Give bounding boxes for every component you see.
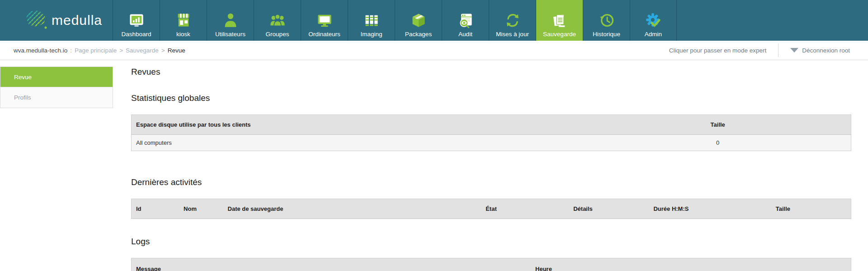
activities-col-duree: Durée H:M:S bbox=[627, 199, 715, 219]
group-icon bbox=[269, 11, 286, 29]
nav-tab-label: Dashboard bbox=[121, 31, 151, 38]
breadcrumb-separator: > bbox=[119, 47, 123, 54]
stats-cell-name: All computers bbox=[132, 135, 585, 151]
nav-tab-sauvegarde[interactable]: Sauvegarde bbox=[536, 0, 583, 41]
breadcrumb-colon: : bbox=[70, 47, 72, 54]
main-content: Revues Statistiques globales Espace disq… bbox=[131, 60, 851, 271]
nav-tab-mises-a-jour[interactable]: Mises à jour bbox=[489, 0, 536, 41]
nav-tabs: Dashboard kiosk Utilisateurs Groupes Ord bbox=[113, 0, 677, 41]
breadcrumb-link-sauvegarde[interactable]: Sauvegarde bbox=[126, 47, 159, 54]
breadcrumb: wva.medulla-tech.io : Page principale > … bbox=[14, 47, 185, 54]
nav-tab-dashboard[interactable]: Dashboard bbox=[113, 0, 160, 41]
breadcrumb-separator: > bbox=[161, 47, 165, 54]
vertical-divider bbox=[778, 43, 778, 57]
breadcrumb-current: Revue bbox=[168, 47, 185, 54]
breadcrumb-bar: wva.medulla-tech.io : Page principale > … bbox=[0, 41, 868, 60]
logs-col-message: Message bbox=[132, 258, 531, 271]
nav-tab-audit[interactable]: Audit bbox=[442, 0, 489, 41]
logs-col-heure: Heure bbox=[531, 258, 851, 271]
nav-tab-kiosk[interactable]: kiosk bbox=[160, 0, 207, 41]
table-row: All computers 0 bbox=[132, 135, 851, 151]
nav-tab-label: Mises à jour bbox=[496, 31, 529, 38]
stats-cell-size: 0 bbox=[585, 135, 851, 151]
nav-tab-label: Audit bbox=[458, 31, 472, 38]
admin-icon bbox=[645, 11, 661, 29]
sidebar-item-revue[interactable]: Revue bbox=[0, 67, 113, 87]
breadcrumb-host: wva.medulla-tech.io bbox=[14, 47, 67, 54]
nav-tab-utilisateurs[interactable]: Utilisateurs bbox=[207, 0, 254, 41]
user-icon bbox=[222, 11, 239, 29]
computer-icon bbox=[316, 11, 333, 29]
expert-mode-link[interactable]: Cliquer pour passer en mode expert bbox=[669, 47, 766, 54]
nav-tab-historique[interactable]: Historique bbox=[583, 0, 630, 41]
nav-tab-imaging[interactable]: Imaging bbox=[348, 0, 395, 41]
section-title-statistiques: Statistiques globales bbox=[131, 93, 851, 103]
nav-tab-ordinateurs[interactable]: Ordinateurs bbox=[301, 0, 348, 41]
nav-tab-label: Utilisateurs bbox=[215, 31, 245, 38]
nav-tab-admin[interactable]: Admin bbox=[630, 0, 677, 41]
activities-table: Id Nom Date de sauvegarde État Détails D… bbox=[131, 199, 851, 219]
package-icon bbox=[410, 11, 427, 29]
activities-col-details: Détails bbox=[539, 199, 627, 219]
sidebar: Revue Profils bbox=[0, 67, 113, 108]
breadcrumb-link-page-principale[interactable]: Page principale bbox=[75, 47, 117, 54]
sidebar-item-label: Profils bbox=[14, 94, 31, 101]
nav-tab-label: kiosk bbox=[176, 31, 190, 38]
brand-logo[interactable]: medulla bbox=[0, 0, 113, 41]
activities-col-nom: Nom bbox=[179, 199, 223, 219]
updates-icon bbox=[505, 11, 521, 29]
nav-tab-packages[interactable]: Packages bbox=[395, 0, 442, 41]
history-icon bbox=[599, 11, 615, 29]
top-navigation: medulla Dashboard kiosk Utilisateurs G bbox=[0, 0, 868, 41]
nav-tab-label: Imaging bbox=[360, 31, 382, 38]
kiosk-icon bbox=[175, 11, 192, 29]
audit-icon bbox=[458, 11, 474, 29]
logout-label: Déconnexion root bbox=[802, 47, 850, 54]
medulla-brain-icon bbox=[24, 9, 47, 32]
stats-col-espace-disque: Espace disque utilise par tous les clien… bbox=[132, 115, 585, 135]
activities-col-id: Id bbox=[132, 199, 179, 219]
activities-col-taille: Taille bbox=[715, 199, 851, 219]
sidebar-item-label: Revue bbox=[14, 74, 32, 81]
dashboard-icon bbox=[128, 11, 145, 29]
section-title-logs: Logs bbox=[131, 237, 851, 247]
nav-tab-label: Ordinateurs bbox=[308, 31, 340, 38]
nav-tab-label: Historique bbox=[593, 31, 620, 38]
activities-col-etat: État bbox=[443, 199, 539, 219]
stats-col-taille: Taille bbox=[585, 115, 851, 135]
nav-tab-label: Admin bbox=[645, 31, 662, 38]
logout-menu[interactable]: Déconnexion root bbox=[790, 47, 850, 54]
imaging-icon bbox=[363, 11, 380, 29]
nav-tab-label: Sauvegarde bbox=[543, 31, 576, 38]
nav-tab-label: Groupes bbox=[266, 31, 289, 38]
backup-icon bbox=[552, 11, 568, 29]
sidebar-item-profils[interactable]: Profils bbox=[0, 87, 113, 108]
brand-name: medulla bbox=[52, 13, 102, 28]
nav-tab-groupes[interactable]: Groupes bbox=[254, 0, 301, 41]
activities-col-date: Date de sauvegarde bbox=[223, 199, 443, 219]
nav-tab-label: Packages bbox=[405, 31, 432, 38]
chevron-down-icon bbox=[790, 48, 798, 52]
stats-table: Espace disque utilise par tous les clien… bbox=[131, 114, 851, 151]
page-title: Revues bbox=[131, 67, 851, 77]
logs-table: Message Heure bbox=[131, 258, 851, 271]
section-title-dernieres-activites: Dernières activités bbox=[131, 177, 851, 187]
